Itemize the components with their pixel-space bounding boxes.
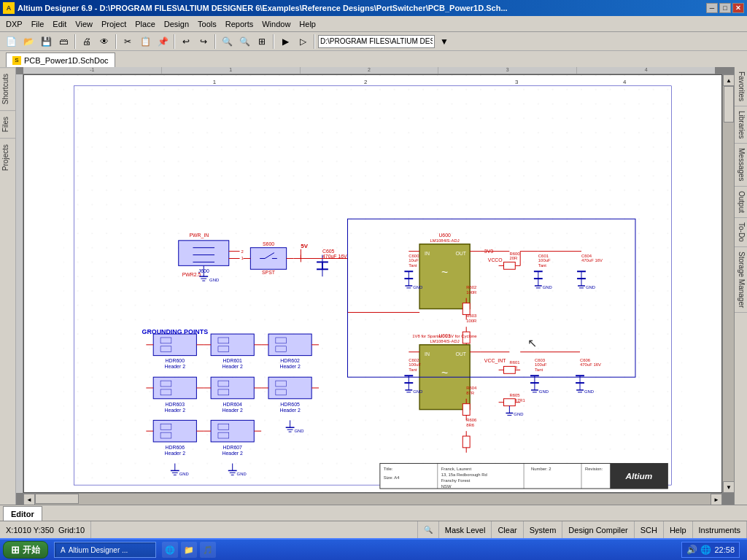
quicklaunch-ie[interactable]: 🌐 [162,542,178,558]
close-button[interactable]: ✕ [732,3,744,13]
design-compiler-section[interactable]: Design Compiler [562,521,634,538]
svg-text:GND: GND [413,285,422,289]
start-button[interactable]: ⊞ 开始 [3,541,48,559]
svg-text:~: ~ [441,266,448,279]
tb-copy[interactable]: 📋 [137,34,153,50]
svg-text:Header 2: Header 2 [222,451,244,456]
svg-text:R604: R604 [466,386,477,390]
svg-text:87R: 87R [466,391,474,395]
vscrollbar[interactable]: ▲ ▼ [722,74,734,493]
tb-redo[interactable]: ↪ [196,34,212,50]
help-section[interactable]: Help [664,521,693,538]
tb-cut[interactable]: ✂ [120,34,136,50]
sidebar-projects[interactable]: Projects [0,138,15,176]
tb-print[interactable]: 🖨 [79,34,95,50]
sidebar-shortcuts[interactable]: Shortcuts [0,67,15,110]
right-tab-libraries[interactable]: Libraries [735,106,747,144]
tb-run[interactable]: ▷ [295,34,311,50]
clear-section[interactable]: Clear [492,521,523,538]
menu-edit[interactable]: Edit [48,18,71,30]
svg-text:GND: GND [543,285,552,289]
instruments-section[interactable]: Instruments [693,521,747,538]
menu-file[interactable]: File [27,18,49,30]
menu-window[interactable]: Window [258,18,295,30]
svg-rect-60 [211,377,254,399]
doc-tab[interactable]: S PCB_Power1D.SchDoc [6,52,115,67]
svg-text:13, 15a Redborough Rd: 13, 15a Redborough Rd [441,472,487,477]
tb-zoom-fit[interactable]: ⊞ [254,34,270,50]
sch-section[interactable]: SCH [635,521,664,538]
tb-undo[interactable]: ↩ [178,34,194,50]
clock: 22:58 [714,545,735,554]
maximize-button[interactable]: □ [719,3,731,13]
tb-compile[interactable]: ▶ [277,34,293,50]
svg-text:HDR606: HDR606 [166,445,185,450]
hscroll-thumb[interactable] [35,494,79,504]
clear-label: Clear [498,526,516,534]
minimize-button[interactable]: ─ [706,3,718,13]
menu-design[interactable]: Design [160,18,193,30]
right-sidebar: Favorites Libraries Messages Output To-D… [734,67,747,505]
system-section[interactable]: System [524,521,563,538]
svg-text:OUT: OUT [455,351,466,357]
tb-preview[interactable]: 👁 [96,34,112,50]
tb-new[interactable]: 📄 [3,34,19,50]
svg-text:2: 2 [241,249,244,254]
menu-view[interactable]: View [71,18,97,30]
svg-text:1: 1 [241,256,244,260]
editor-tab[interactable]: Editor [3,506,42,521]
svg-text:Size: A4: Size: A4 [384,475,400,480]
menu-project[interactable]: Project [97,18,131,30]
quicklaunch-media[interactable]: 🎵 [200,542,216,558]
tb-open[interactable]: 📂 [20,34,36,50]
vscroll-down[interactable]: ▼ [723,481,734,493]
tb-zoom-out[interactable]: 🔍 [236,34,252,50]
svg-rect-38 [276,346,287,352]
vscroll-up[interactable]: ▲ [723,74,734,86]
quicklaunch-folder[interactable]: 📁 [181,542,197,558]
hscroll-left[interactable]: ◄ [23,494,35,505]
menu-tools[interactable]: Tools [193,18,221,30]
right-tab-storage[interactable]: Storage Manager [735,247,747,313]
tb-save-all[interactable]: 🗃 [55,34,71,50]
start-label: 开始 [23,544,40,556]
svg-text:100uF: 100uF [535,362,547,367]
svg-text:Header 2: Header 2 [165,364,186,369]
sep4 [214,34,216,49]
tb-save[interactable]: 💾 [38,34,54,50]
doc-icon: S [12,56,21,65]
window-controls: ─ □ ✕ [706,3,744,13]
right-tab-messages[interactable]: Messages [735,144,747,187]
svg-rect-84 [153,420,196,442]
svg-rect-86 [160,432,171,438]
tb-paste[interactable]: 📌 [155,34,171,50]
menu-place[interactable]: Place [131,18,160,30]
vscroll-thumb[interactable] [724,86,734,122]
tb-browse[interactable]: ▼ [436,34,452,50]
menu-reports[interactable]: Reports [221,18,258,30]
right-tab-favorites[interactable]: Favorites [735,67,747,106]
svg-text:C606: C606 [580,358,591,362]
svg-text:HDR604: HDR604 [222,402,242,407]
menu-dxp[interactable]: DXP [1,18,27,30]
right-tab-output[interactable]: Output [735,187,747,218]
schematic-canvas[interactable]: 1 2 3 4 GROUNDING POINTS HDR600 Header 2 [23,74,722,493]
tb-zoom-in[interactable]: 🔍 [219,34,235,50]
svg-text:HDR605: HDR605 [280,402,300,407]
sep1 [74,34,76,49]
svg-text:Number: 2: Number: 2 [531,467,551,471]
menu-help[interactable]: Help [295,18,320,30]
svg-text:Header 2: Header 2 [279,408,301,413]
sidebar-files[interactable]: Files [0,110,15,138]
hscroll-right[interactable]: ► [711,494,722,505]
tray-icon-2: 🌐 [700,545,711,555]
svg-text:Header 2: Header 2 [279,364,301,369]
taskbar-item-altium[interactable]: A Altium Designer ... [54,542,156,558]
hscrollbar[interactable]: ◄ ► [23,493,722,505]
svg-rect-74 [276,389,287,395]
svg-text:OUT: OUT [455,251,466,256]
right-tab-todo[interactable]: To-Do [735,218,747,247]
svg-text:C601: C601 [538,254,549,258]
path-input[interactable] [318,35,435,48]
svg-text:Tant: Tant [409,263,417,268]
